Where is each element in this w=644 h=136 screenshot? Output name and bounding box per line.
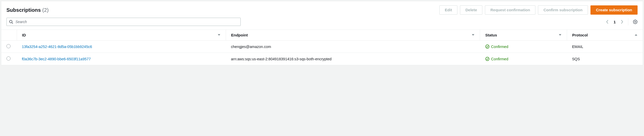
table-header-row: ID Endpoint Status: [1, 30, 643, 41]
endpoint-cell: chengjes@amazon.com: [226, 41, 480, 53]
column-endpoint[interactable]: Endpoint: [226, 30, 480, 41]
sort-active-icon: [634, 33, 638, 37]
chevron-right-icon: [620, 20, 623, 24]
search-wrapper: [6, 18, 241, 26]
search-icon: [9, 20, 13, 24]
page-number: 1: [614, 20, 616, 24]
sort-icon: [472, 33, 475, 37]
check-circle-icon: [485, 44, 490, 49]
panel-header: Subscriptions (2) Edit Delete Request co…: [1, 1, 643, 18]
divider: [628, 18, 628, 25]
paginator: 1: [606, 18, 638, 25]
svg-point-0: [10, 20, 12, 23]
next-page-button[interactable]: [620, 20, 623, 24]
status-text: Confirmed: [491, 57, 508, 61]
column-id-label: ID: [22, 33, 26, 37]
status-text: Confirmed: [491, 45, 508, 49]
column-id[interactable]: ID: [17, 30, 226, 41]
column-status[interactable]: Status: [480, 30, 567, 41]
protocol-cell: SQS: [567, 53, 643, 65]
confirm-subscription-button[interactable]: Confirm subscription: [538, 5, 588, 15]
column-select: [1, 30, 17, 41]
svg-point-2: [635, 21, 636, 23]
create-subscription-button[interactable]: Create subscription: [590, 5, 638, 15]
svg-point-7: [486, 45, 489, 48]
search-input[interactable]: [6, 18, 241, 26]
column-endpoint-label: Endpoint: [231, 33, 248, 37]
table-row: f0a36c7b-3ec2-4890-bbe6-6503f11a9577 arn…: [1, 53, 643, 65]
protocol-cell: EMAIL: [567, 41, 643, 53]
request-confirmation-button[interactable]: Request confirmation: [485, 5, 535, 15]
sort-icon: [559, 33, 562, 37]
status-badge: Confirmed: [485, 57, 562, 61]
row-radio[interactable]: [6, 56, 11, 61]
title-group: Subscriptions (2): [6, 7, 49, 13]
tools-row: 1: [1, 18, 643, 30]
status-badge: Confirmed: [485, 44, 562, 49]
panel-title: Subscriptions: [6, 7, 41, 13]
action-bar: Edit Delete Request confirmation Confirm…: [439, 5, 638, 15]
column-status-label: Status: [485, 33, 497, 37]
svg-point-8: [486, 57, 489, 61]
edit-button[interactable]: Edit: [439, 5, 457, 15]
svg-marker-6: [635, 34, 637, 36]
chevron-left-icon: [606, 20, 609, 24]
row-radio[interactable]: [6, 44, 11, 48]
panel-count: (2): [42, 7, 48, 13]
settings-button[interactable]: [633, 20, 638, 24]
check-circle-icon: [485, 57, 490, 61]
subscription-id-link[interactable]: 13fa3254-a252-4621-8d5a-05b1bb9245c6: [22, 45, 92, 49]
sort-icon: [217, 33, 221, 37]
gear-icon: [633, 20, 638, 24]
subscriptions-panel: Subscriptions (2) Edit Delete Request co…: [1, 1, 643, 65]
column-protocol-label: Protocol: [572, 33, 588, 37]
table-row: 13fa3254-a252-4621-8d5a-05b1bb9245c6 che…: [1, 41, 643, 53]
endpoint-cell: arn:aws:sqs:us-east-2:804918391416:s3-sq…: [226, 53, 480, 65]
prev-page-button[interactable]: [606, 20, 609, 24]
svg-marker-5: [559, 34, 561, 36]
svg-marker-3: [218, 34, 220, 36]
delete-button[interactable]: Delete: [460, 5, 482, 15]
subscription-id-link[interactable]: f0a36c7b-3ec2-4890-bbe6-6503f11a9577: [22, 57, 91, 61]
svg-line-1: [12, 23, 13, 24]
column-protocol[interactable]: Protocol: [567, 30, 643, 41]
svg-marker-4: [472, 34, 474, 36]
subscriptions-table: ID Endpoint Status: [1, 30, 643, 65]
